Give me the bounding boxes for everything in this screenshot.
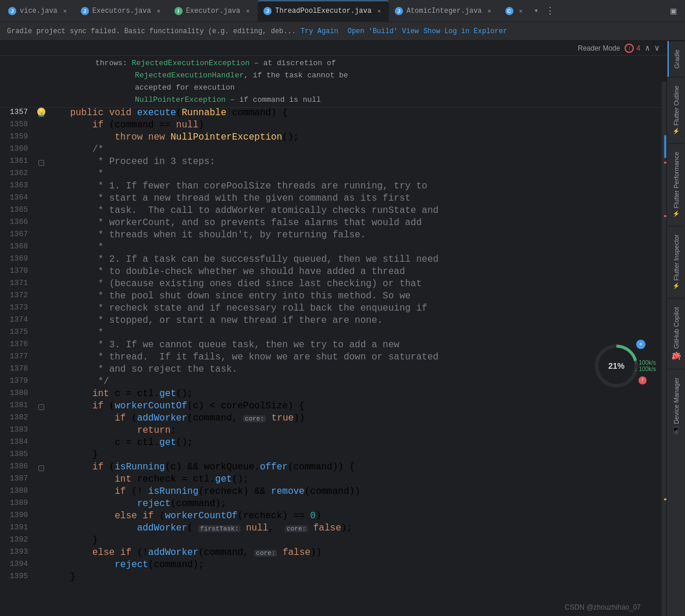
line-number-1358: 1358 [0, 120, 35, 132]
notification-text: Gradle project sync failed. Basic functi… [7, 27, 296, 35]
tab-vice[interactable]: J vice.java ✕ [2, 1, 75, 22]
code-line-1378: 1378 * and so reject the task. [0, 364, 666, 376]
panel-tab-flutter-outline[interactable]: ⚡ Flutter Outline [668, 77, 684, 143]
fold-icon-1381[interactable]: − [38, 404, 44, 410]
main-area: Reader Mode ! 4 ∧ ∨ throws: RejectedExec… [0, 41, 685, 616]
tab-overflow-button[interactable]: ▾ [531, 6, 542, 15]
code-line-1376: 1376 * 3. If we cannot queue task, then … [0, 340, 666, 352]
code-line-1366: 1366 * workerCount, and so prevents fals… [0, 218, 666, 230]
panel-tab-device-manager[interactable]: 📱 Device Manager [668, 369, 685, 443]
line-number-1393: 1393 [0, 547, 35, 560]
code-line-1362: 1362 * [0, 169, 666, 181]
line-number-1381: 1381 [0, 401, 35, 413]
scrollbar[interactable] [662, 81, 666, 616]
code-line-1361: 1361 − * Proceed in 3 steps: [0, 156, 666, 169]
notification-bar: Gradle project sync failed. Basic functi… [0, 22, 685, 41]
panel-tab-github-copilot[interactable]: 🐙 GitHub Copilot [667, 298, 686, 369]
line-number-1357: 1357 [0, 108, 35, 120]
line-number-1394: 1394 [0, 560, 35, 572]
right-panel-tabs: Gradle ⚡ Flutter Outline ⚡ Flutter Perfo… [666, 41, 685, 616]
nav-up-button[interactable]: ∧ [645, 43, 650, 53]
code-line-1395: 1395 } [0, 572, 666, 584]
reader-mode-label[interactable]: Reader Mode [578, 44, 620, 52]
tab-bar: J vice.java ✕ J Executors.java ✕ I Execu… [0, 0, 685, 22]
panel-tab-flutter-inspector[interactable]: ⚡ Flutter Inspector [668, 226, 684, 298]
code-text-1395: } [48, 572, 666, 584]
tab-more-button[interactable]: ⋮ [542, 5, 558, 17]
code-line-1381: 1381 − if (workerCountOf(c) < corePoolSi… [0, 401, 666, 413]
tab-close-unknown[interactable]: ✕ [517, 7, 525, 15]
panel-label-flutter-outline: Flutter Outline [673, 86, 680, 126]
fold-icon-1361[interactable]: − [38, 160, 44, 166]
scroll-thumb[interactable] [664, 135, 666, 158]
app-container: J vice.java ✕ J Executors.java ✕ I Execu… [0, 0, 685, 616]
code-line-1365: 1365 * task. The call to addWorker atomi… [0, 205, 666, 218]
code-text-1359: throw new NullPointerException(); [48, 132, 666, 144]
line-number-1379: 1379 [0, 376, 35, 389]
code-line-1392: 1392 } [0, 535, 666, 547]
tab-close-vice[interactable]: ✕ [61, 7, 69, 15]
code-text-1360: /* [48, 144, 666, 156]
line-number-1374: 1374 [0, 315, 35, 327]
code-line-1363: 1363 * 1. If fewer than corePoolSize thr… [0, 181, 666, 193]
tab-close-executors[interactable]: ✕ [155, 7, 163, 15]
code-line-1359: 1359 throw new NullPointerException(); [0, 132, 666, 144]
code-line-1360: 1360 /* [0, 144, 666, 156]
performance-add-button[interactable]: + [636, 340, 645, 349]
panel-tab-flutter-performance[interactable]: ⚡ Flutter Performance [668, 143, 684, 226]
tab-threadpool[interactable]: J ThreadPoolExecutor.java ✕ [258, 1, 389, 22]
tab-executor[interactable]: I Executor.java ✕ [169, 1, 258, 22]
code-text-1368: * [48, 242, 666, 254]
tab-icon-executors: J [81, 7, 89, 15]
code-line-1369: 1369 * 2. If a task can be successfully … [0, 254, 666, 266]
try-again-link[interactable]: Try Again [301, 27, 338, 35]
code-line-1390: 1390 else if (workerCountOf(recheck) == … [0, 511, 666, 523]
code-line-1372: 1372 * the pool shut down since entry in… [0, 291, 666, 303]
right-panel-toggle[interactable]: ▣ [664, 2, 683, 20]
line-number-1363: 1363 [0, 181, 35, 193]
line-number-1384: 1384 [0, 437, 35, 450]
code-text-1364: * start a new thread with the given comm… [48, 193, 666, 205]
code-line-1386: 1386 − if (isRunning(c) && workQueue.off… [0, 462, 666, 474]
nav-down-button[interactable]: ∨ [655, 43, 659, 53]
line-number-1364: 1364 [0, 193, 35, 205]
code-text-1379: */ [48, 376, 666, 389]
scroll-mark-3 [664, 499, 666, 500]
panel-label-flutter-performance: Flutter Performance [673, 152, 680, 208]
tab-unknown[interactable]: C ✕ [500, 1, 531, 22]
tab-close-executor[interactable]: ✕ [244, 7, 252, 15]
open-build-link[interactable]: Open 'Build' View [348, 27, 419, 35]
fold-icon-1386[interactable]: − [38, 465, 44, 471]
code-text-1362: * [48, 169, 666, 181]
code-text-1363: * 1. If fewer than corePoolSize threads … [48, 181, 666, 193]
performance-stats: ↑ 100k/s ↓ 100k/s [634, 359, 656, 372]
panel-label-flutter-inspector: Flutter Inspector [673, 234, 680, 280]
line-number-1365: 1365 [0, 205, 35, 218]
line-number-1386: 1386 [0, 462, 35, 474]
panel-label-github-copilot: GitHub Copilot [673, 307, 680, 349]
tab-executors[interactable]: J Executors.java ✕ [75, 1, 169, 22]
code-text-1381: if (workerCountOf(c) < corePoolSize) { [48, 401, 666, 413]
line-number-1395: 1395 [0, 572, 35, 584]
code-line-1387: 1387 int recheck = ctl.get(); [0, 474, 666, 486]
tab-icon-vice: J [8, 7, 16, 15]
bulb-icon[interactable]: 💡 [37, 108, 45, 116]
code-text-1392: } [48, 535, 666, 547]
error-count: ! 4 [625, 44, 640, 53]
tab-atomic[interactable]: J AtomicInteger.java ✕ [389, 1, 500, 22]
watermark: CSDN @zhouzhihao_07 [565, 603, 641, 611]
code-line-1368: 1368 * [0, 242, 666, 254]
tab-icon-unknown: C [505, 7, 513, 15]
line-number-1362: 1362 [0, 169, 35, 181]
line-number-1380: 1380 [0, 389, 35, 401]
tab-label-executor: Executor.java [186, 7, 241, 15]
tab-close-threadpool[interactable]: ✕ [375, 7, 383, 15]
gutter-1358 [35, 120, 48, 132]
tab-close-atomic[interactable]: ✕ [486, 7, 494, 15]
code-text-1391: addWorker( firstTask: null, core: false)… [48, 523, 666, 535]
line-number-1390: 1390 [0, 511, 35, 523]
line-number-1387: 1387 [0, 474, 35, 486]
panel-tab-gradle[interactable]: Gradle [668, 41, 685, 77]
show-log-link[interactable]: Show Log in Explorer [423, 27, 507, 35]
code-text-1377: * thread. If it fails, we know we are sh… [48, 352, 666, 364]
